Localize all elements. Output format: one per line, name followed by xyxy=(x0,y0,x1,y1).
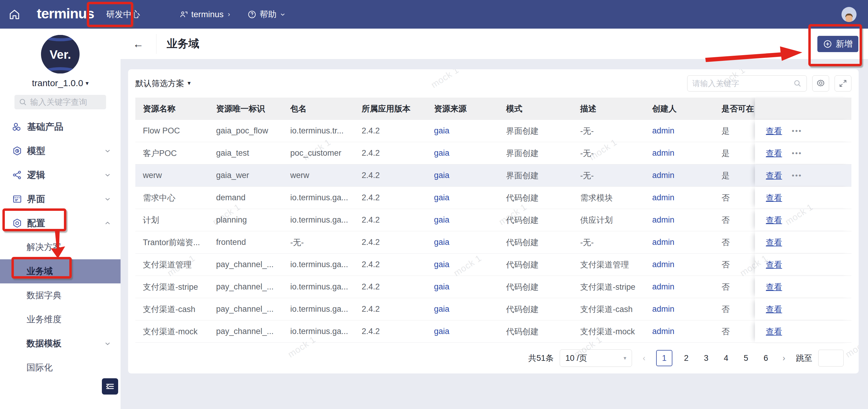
collapse-icon xyxy=(105,381,115,391)
model-icon xyxy=(12,146,23,156)
creator-link[interactable]: admin xyxy=(652,305,675,314)
creator-link[interactable]: admin xyxy=(652,282,675,292)
sidebar-item-模型[interactable]: 模型 xyxy=(0,139,121,163)
source-link[interactable]: gaia xyxy=(434,260,450,269)
user-avatar[interactable] xyxy=(841,7,857,22)
column-header-是否可在: 是否可在 xyxy=(714,98,755,120)
view-link[interactable]: 查看 xyxy=(766,148,782,159)
page-button-3[interactable]: 3 xyxy=(700,353,712,363)
table-header-row: 资源名称资源唯一标识包名所属应用版本资源来源模式描述创建人是否可在 xyxy=(135,98,851,120)
page-button-1[interactable]: 1 xyxy=(656,350,673,366)
view-link[interactable]: 查看 xyxy=(766,170,782,181)
source-link[interactable]: gaia xyxy=(434,148,450,158)
view-link[interactable]: 查看 xyxy=(766,282,782,293)
view-link[interactable]: 查看 xyxy=(766,326,782,337)
jump-page-input[interactable] xyxy=(818,350,844,367)
filter-scheme-dropdown[interactable]: 默认筛选方案 ▼ xyxy=(135,78,192,89)
page-button-2[interactable]: 2 xyxy=(680,353,692,363)
sidebar-item-界面[interactable]: 界面 xyxy=(0,187,121,211)
page-button-4[interactable]: 4 xyxy=(720,353,732,363)
view-link[interactable]: 查看 xyxy=(766,304,782,315)
cell-uid: pay_channel_... xyxy=(209,253,283,276)
sidebar-subitem-label: 数据字典 xyxy=(27,289,61,302)
source-link[interactable]: gaia xyxy=(434,171,450,180)
sidebar-search-input[interactable] xyxy=(30,98,99,107)
cell-name: werw xyxy=(135,165,209,186)
table-settings-button[interactable] xyxy=(812,75,829,92)
source-link[interactable]: gaia xyxy=(434,238,450,247)
sidebar-subitem-业务域[interactable]: 业务域 xyxy=(0,259,121,283)
keyword-search[interactable] xyxy=(687,75,807,92)
creator-link[interactable]: admin xyxy=(652,171,675,180)
source-link[interactable]: gaia xyxy=(434,305,450,314)
next-page-button[interactable]: › xyxy=(778,353,790,363)
sidebar-search[interactable] xyxy=(14,95,106,109)
cell-name: 客户POC xyxy=(135,142,209,164)
creator-link[interactable]: admin xyxy=(652,238,675,247)
more-actions-button[interactable]: ••• xyxy=(792,171,802,180)
search-icon xyxy=(793,79,802,88)
page-button-5[interactable]: 5 xyxy=(740,353,752,363)
cell-mode: 代码创建 xyxy=(498,253,572,276)
view-link[interactable]: 查看 xyxy=(766,237,782,248)
cell-uid: pay_channel_... xyxy=(209,320,283,342)
add-button[interactable]: 新增 xyxy=(817,36,858,52)
back-button[interactable]: ← xyxy=(121,38,156,50)
nav-org-switcher[interactable]: terminus › xyxy=(179,10,230,19)
sidebar-item-配置[interactable]: 配置 xyxy=(0,211,121,235)
cell-name: 支付渠道-stripe xyxy=(135,276,209,298)
sidebar-item-逻辑[interactable]: 逻辑 xyxy=(0,163,121,187)
source-link[interactable]: gaia xyxy=(434,126,450,136)
version-logo[interactable]: Ver. xyxy=(41,35,80,74)
view-link[interactable]: 查看 xyxy=(766,215,782,226)
source-link[interactable]: gaia xyxy=(434,193,450,202)
more-actions-button[interactable]: ••• xyxy=(792,127,802,135)
page-size-select[interactable]: 10 /页 ▾ xyxy=(560,349,632,367)
cell-source: gaia xyxy=(427,320,498,342)
source-link[interactable]: gaia xyxy=(434,215,450,225)
table-row: Flow POCgaia_poc_flowio.terminus.tr...2.… xyxy=(135,120,851,142)
view-link[interactable]: 查看 xyxy=(766,259,782,270)
caret-down-icon: ▼ xyxy=(187,80,192,87)
source-link[interactable]: gaia xyxy=(434,282,450,292)
cell-uid: gaia_poc_flow xyxy=(209,120,283,142)
page-button-6[interactable]: 6 xyxy=(760,353,772,363)
creator-link[interactable]: admin xyxy=(652,126,675,136)
view-link[interactable]: 查看 xyxy=(766,193,782,203)
nav-help[interactable]: 帮助 xyxy=(247,9,286,20)
keyword-search-input[interactable] xyxy=(692,79,793,88)
table-row: 支付渠道-cashpay_channel_...io.terminus.ga..… xyxy=(135,298,851,320)
jump-label: 跳至 xyxy=(796,353,812,364)
column-header-描述: 描述 xyxy=(572,98,645,120)
cell-uid: gaia_test xyxy=(209,142,283,164)
cell-pkg: io.terminus.ga... xyxy=(283,253,354,276)
creator-link[interactable]: admin xyxy=(652,327,675,336)
chevron-down-icon xyxy=(104,195,112,203)
view-link[interactable]: 查看 xyxy=(766,126,782,136)
page-numbers: 123456 xyxy=(656,350,772,366)
sidebar-subitem-解决方案[interactable]: 解决方案 xyxy=(0,235,121,259)
sidebar-subitem-业务维度[interactable]: 业务维度 xyxy=(0,307,121,332)
collapse-sidebar-button[interactable] xyxy=(102,378,118,395)
more-actions-button[interactable]: ••• xyxy=(792,149,802,158)
creator-link[interactable]: admin xyxy=(652,215,675,225)
creator-link[interactable]: admin xyxy=(652,193,675,202)
home-button[interactable] xyxy=(0,8,29,21)
fullscreen-button[interactable] xyxy=(835,75,851,92)
prev-page-button[interactable]: ‹ xyxy=(638,353,650,363)
home-icon xyxy=(8,8,21,21)
cell-uid: planning xyxy=(209,209,283,231)
project-version-dropdown[interactable]: trantor_1.0.0 ▾ xyxy=(32,78,89,88)
creator-link[interactable]: admin xyxy=(652,260,675,269)
sidebar-subitem-国际化[interactable]: 国际化 xyxy=(0,356,121,380)
sidebar-item-label: 配置 xyxy=(27,217,45,230)
sidebar-subitem-数据模板[interactable]: 数据模板 xyxy=(0,332,121,356)
cell-desc: -无- xyxy=(572,120,645,142)
creator-link[interactable]: admin xyxy=(652,148,675,158)
nav-workspace[interactable]: 研发中心 xyxy=(106,9,140,20)
source-link[interactable]: gaia xyxy=(434,327,450,336)
sidebar-subitem-数据字典[interactable]: 数据字典 xyxy=(0,283,121,307)
cell-uid: pay_channel_... xyxy=(209,298,283,320)
sidebar-item-基础产品[interactable]: 基础产品 xyxy=(0,115,121,139)
page-title: 业务域 xyxy=(167,36,199,51)
